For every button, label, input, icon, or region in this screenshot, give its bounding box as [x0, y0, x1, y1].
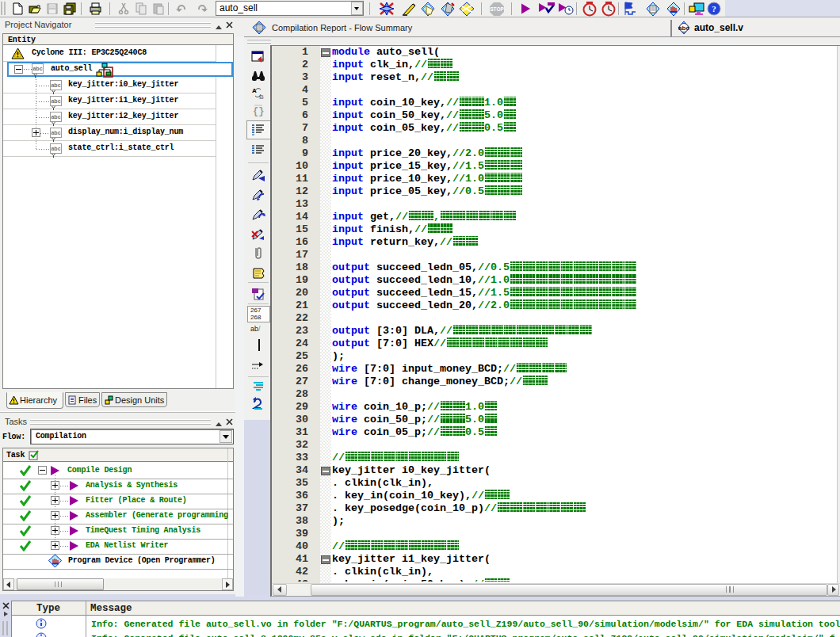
svg-text:{}: {} [253, 106, 264, 117]
svg-text:abc: abc [678, 25, 689, 32]
svg-text:?: ? [712, 4, 716, 13]
svg-text:STOP: STOP [490, 6, 504, 12]
svg-text:A: A [252, 87, 257, 94]
svg-text:B: B [259, 93, 264, 101]
